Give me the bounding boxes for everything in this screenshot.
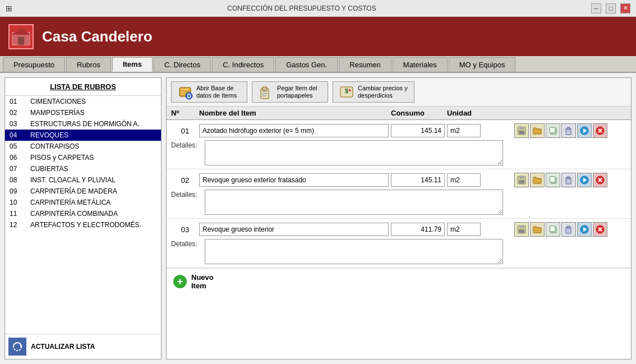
tab-presupuesto[interactable]: Presupuesto xyxy=(3,57,65,72)
item-name-03[interactable] xyxy=(199,223,389,236)
svg-rect-21 xyxy=(550,127,555,133)
cambiar-precios-button[interactable]: $ Cambiar precios y desperdicios xyxy=(333,81,414,103)
item-details-03: Detalles: xyxy=(171,239,626,264)
item-details-02: Detalles: xyxy=(171,190,626,215)
delete-item-02-button[interactable] xyxy=(593,173,607,187)
folder-item-02-button[interactable] xyxy=(530,173,545,187)
item-details-01: Detalles: xyxy=(171,140,626,165)
right-panel: D Abrir Base de datos de Items Pegar Ite… xyxy=(166,77,632,360)
rubro-item-01[interactable]: 01 CIMENTACIONES xyxy=(5,96,161,107)
close-button[interactable]: ✕ xyxy=(620,3,630,13)
item-consumo-02[interactable] xyxy=(391,173,445,187)
svg-rect-6 xyxy=(181,91,186,93)
goto-item-03-button[interactable] xyxy=(577,222,592,237)
tab-mo-equipos[interactable]: MO y Equipos xyxy=(449,57,516,72)
actualizar-icon xyxy=(8,338,26,356)
main-content: LISTA DE RUBROS 01 CIMENTACIONES 02 MAMP… xyxy=(0,73,636,364)
svg-rect-31 xyxy=(519,180,524,183)
svg-rect-18 xyxy=(519,127,524,130)
col-actions-header xyxy=(514,109,626,117)
save-item-03-button[interactable] xyxy=(514,222,529,237)
item-unidad-01[interactable] xyxy=(447,124,481,137)
paste-item-02-button[interactable] xyxy=(561,173,576,187)
table-header: Nº Nombre del Item Consumo Unidad xyxy=(167,107,631,120)
rubro-item-11[interactable]: 11 CARPINTERÍA COMBINADA xyxy=(5,208,161,219)
tab-rubros[interactable]: Rubros xyxy=(66,57,111,72)
new-item-icon: + xyxy=(173,275,187,288)
rubro-item-08[interactable]: 08 INST. CLOACAL Y PLUVIAL xyxy=(5,174,161,186)
tab-c-directos[interactable]: C. Directos xyxy=(154,57,211,72)
item-actions-02 xyxy=(514,173,626,187)
minimize-button[interactable]: ─ xyxy=(591,3,601,13)
item-block-02: 02 xyxy=(167,169,631,219)
item-unidad-03[interactable] xyxy=(447,223,481,236)
svg-rect-47 xyxy=(567,226,570,228)
copy-item-02-button[interactable] xyxy=(546,173,560,187)
table-row: 01 xyxy=(171,123,626,138)
rubro-item-10[interactable]: 10 CARPINTERÍA METÁLICA xyxy=(5,197,161,208)
goto-item-02-button[interactable] xyxy=(577,173,592,187)
rubro-item-03[interactable]: 03 ESTRUCTURAS DE HORMIGÓN A. xyxy=(5,118,161,130)
item-details-text-02[interactable] xyxy=(205,190,503,215)
rubro-item-04[interactable]: 04 REVOQUES xyxy=(5,130,161,141)
right-toolbar: D Abrir Base de datos de Items Pegar Ite… xyxy=(167,78,631,107)
svg-rect-30 xyxy=(519,176,524,179)
rubro-list: 01 CIMENTACIONES 02 MAMPOSTERÍAS 03 ESTR… xyxy=(5,96,161,334)
item-name-02[interactable] xyxy=(199,173,389,187)
svg-rect-35 xyxy=(567,177,570,179)
svg-rect-12 xyxy=(262,91,268,92)
new-item-button[interactable]: + Nuevo Item xyxy=(167,268,631,294)
item-name-01[interactable] xyxy=(199,124,389,137)
rubro-item-09[interactable]: 09 CARPINTERÍA DE MADERA xyxy=(5,186,161,197)
copy-item-03-button[interactable] xyxy=(546,222,560,237)
col-consumo-header: Consumo xyxy=(391,109,447,117)
tab-items[interactable]: Items xyxy=(112,57,153,72)
tab-materiales[interactable]: Materiales xyxy=(393,57,448,72)
svg-rect-45 xyxy=(550,226,555,232)
maximize-button[interactable]: □ xyxy=(606,3,616,13)
pegar-item-button[interactable]: Pegar Item del portapapeles xyxy=(252,81,328,103)
svg-rect-42 xyxy=(519,225,524,228)
paste-item-01-button[interactable] xyxy=(561,123,576,138)
tab-gastos-gen[interactable]: Gastos Gen. xyxy=(275,57,338,72)
item-actions-03 xyxy=(514,222,626,237)
folder-item-03-button[interactable] xyxy=(530,222,545,237)
col-name-header: Nombre del Item xyxy=(199,109,391,117)
svg-rect-7 xyxy=(181,94,185,95)
rubro-item-07[interactable]: 07 CUBIERTAS xyxy=(5,163,161,174)
svg-rect-11 xyxy=(262,87,267,90)
save-item-02-button[interactable] xyxy=(514,173,529,187)
rubro-item-06[interactable]: 06 PISOS y CARPETAS xyxy=(5,152,161,163)
window-controls: ─ □ ✕ xyxy=(591,3,630,13)
rubros-list-title: LISTA DE RUBROS xyxy=(5,78,161,96)
paste-item-03-button[interactable] xyxy=(561,222,576,237)
table-row: 03 xyxy=(171,222,626,237)
item-consumo-01[interactable] xyxy=(391,124,445,137)
item-consumo-03[interactable] xyxy=(391,223,445,236)
delete-item-03-button[interactable] xyxy=(593,222,607,237)
delete-item-01-button[interactable] xyxy=(593,123,607,138)
rubro-item-05[interactable]: 05 CONTRAPISOS xyxy=(5,141,161,152)
svg-rect-5 xyxy=(181,89,190,90)
copy-item-01-button[interactable] xyxy=(546,123,560,138)
item-details-text-01[interactable] xyxy=(205,140,503,165)
item-num-01: 01 xyxy=(171,127,199,135)
svg-text:$: $ xyxy=(345,87,348,94)
database-icon: D xyxy=(177,84,193,100)
left-panel: LISTA DE RUBROS 01 CIMENTACIONES 02 MAMP… xyxy=(4,77,162,360)
svg-rect-14 xyxy=(262,95,266,96)
folder-item-01-button[interactable] xyxy=(530,123,545,138)
goto-item-01-button[interactable] xyxy=(577,123,592,138)
item-details-text-03[interactable] xyxy=(205,239,503,264)
actualizar-lista-button[interactable]: ACTUALIZAR LISTA xyxy=(5,334,161,359)
rubro-item-02[interactable]: 02 MAMPOSTERÍAS xyxy=(5,107,161,118)
abrir-base-datos-button[interactable]: D Abrir Base de datos de Items xyxy=(171,81,247,103)
item-block-03: 03 xyxy=(167,219,631,268)
rubro-item-12[interactable]: 12 ARTEFACTOS Y ELECTRODOMÉS. xyxy=(5,219,161,231)
item-unidad-02[interactable] xyxy=(447,173,481,187)
svg-marker-1 xyxy=(11,28,31,35)
tab-resumen[interactable]: Resumen xyxy=(339,57,391,72)
tab-c-indirectos[interactable]: C. Indirectos xyxy=(212,57,274,72)
save-item-01-button[interactable] xyxy=(514,123,529,138)
item-num-02: 02 xyxy=(171,176,199,185)
